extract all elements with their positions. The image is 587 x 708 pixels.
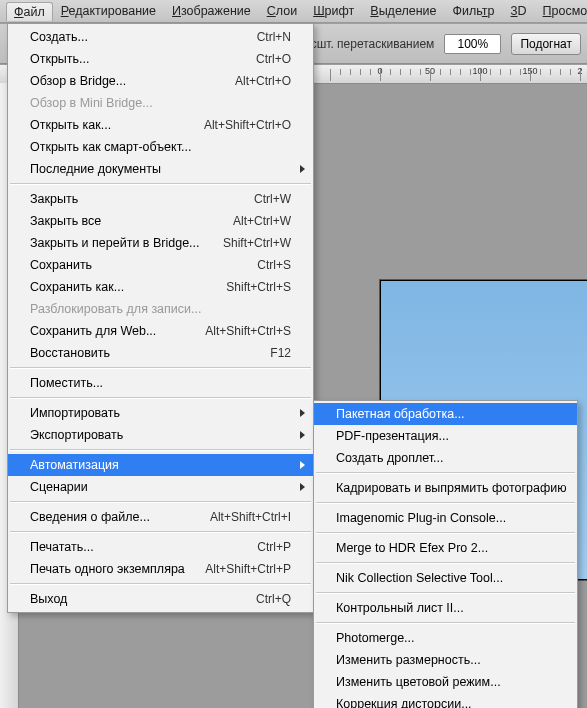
file-menu-item[interactable]: Импортировать (8, 402, 313, 424)
automation-item[interactable]: Коррекция дисторсии... (314, 693, 577, 708)
file-menu-item-label: Импортировать (30, 406, 291, 420)
file-menu-item[interactable]: Сведения о файле...Alt+Shift+Ctrl+I (8, 506, 313, 528)
file-menu-item[interactable]: Сценарии (8, 476, 313, 498)
automation-item-label: Контрольный лист II... (336, 601, 555, 615)
file-menu-item-label: Сохранить для Web... (30, 324, 205, 338)
file-menu-item-label: Открыть как... (30, 118, 204, 132)
menu-файл[interactable]: Файл (6, 2, 53, 21)
file-menu-item[interactable]: Автоматизация (8, 454, 313, 476)
automation-item[interactable]: Создать дроплет... (314, 447, 577, 469)
automation-item-label: Изменить размерность... (336, 653, 555, 667)
automation-item[interactable]: Imagenomic Plug-in Console... (314, 507, 577, 529)
menu-шрифт[interactable]: Шрифт (305, 1, 362, 21)
automation-item-label: Merge to HDR Efex Pro 2... (336, 541, 555, 555)
automation-item[interactable]: Пакетная обработка... (314, 403, 577, 425)
file-menu-item-label: Сценарии (30, 480, 291, 494)
automation-item-label: Photomerge... (336, 631, 555, 645)
file-menu-item[interactable]: Открыть как...Alt+Shift+Ctrl+O (8, 114, 313, 136)
automation-item[interactable]: Контрольный лист II... (314, 597, 577, 619)
file-menu-item-shortcut: Ctrl+P (257, 540, 291, 554)
automation-item[interactable]: Photomerge... (314, 627, 577, 649)
file-menu-item[interactable]: Поместить... (8, 372, 313, 394)
menu-изображение[interactable]: Изображение (164, 1, 259, 21)
menu-редактирование[interactable]: Редактирование (53, 1, 164, 21)
automation-separator (316, 622, 575, 624)
fit-button[interactable]: Подогнат (511, 33, 581, 55)
file-menu-item[interactable]: Экспортировать (8, 424, 313, 446)
file-menu-item-label: Последние документы (30, 162, 291, 176)
file-menu-item[interactable]: Сохранить как...Shift+Ctrl+S (8, 276, 313, 298)
drag-scale-label: Масшт. перетаскиванием (294, 37, 435, 51)
file-menu-item[interactable]: ВыходCtrl+Q (8, 588, 313, 610)
file-menu-item[interactable]: Сохранить для Web...Alt+Shift+Ctrl+S (8, 320, 313, 342)
file-menu-item-shortcut: Ctrl+W (254, 192, 291, 206)
file-menu-item[interactable]: Закрыть и перейти в Bridge...Shift+Ctrl+… (8, 232, 313, 254)
file-menu-item[interactable]: Создать...Ctrl+N (8, 26, 313, 48)
file-menu-item[interactable]: СохранитьCtrl+S (8, 254, 313, 276)
file-menu-item-shortcut: Ctrl+N (257, 30, 291, 44)
automation-item[interactable]: Nik Collection Selective Tool... (314, 567, 577, 589)
automation-item[interactable]: Изменить размерность... (314, 649, 577, 671)
file-menu-item[interactable]: Печать одного экземпляраAlt+Shift+Ctrl+P (8, 558, 313, 580)
app-window: ФайлРедактированиеИзображениеСлоиШрифтВы… (0, 0, 587, 708)
file-menu-item-label: Закрыть все (30, 214, 233, 228)
file-menu-item-label: Обзор в Mini Bridge... (30, 96, 291, 110)
file-menu-item[interactable]: Открыть...Ctrl+O (8, 48, 313, 70)
file-menu-item-shortcut: Alt+Shift+Ctrl+O (204, 118, 291, 132)
zoom-input[interactable]: 100% (444, 34, 501, 54)
file-menu-separator (10, 501, 311, 503)
file-menu-item-shortcut: Shift+Ctrl+S (226, 280, 291, 294)
file-menu-item[interactable]: ВосстановитьF12 (8, 342, 313, 364)
file-menu-item-label: Выход (30, 592, 256, 606)
file-menu-item[interactable]: Обзор в Bridge...Alt+Ctrl+O (8, 70, 313, 92)
menu-bar: ФайлРедактированиеИзображениеСлоиШрифтВы… (0, 0, 587, 23)
menu-просмотр[interactable]: Просмотр (535, 1, 587, 21)
file-menu-item-label: Сохранить как... (30, 280, 226, 294)
menu-слои[interactable]: Слои (259, 1, 305, 21)
file-menu-item-label: Печатать... (30, 540, 257, 554)
automation-item[interactable]: Merge to HDR Efex Pro 2... (314, 537, 577, 559)
fit-button-label: Подогнат (520, 37, 572, 51)
zoom-value: 100% (458, 37, 489, 51)
automation-item-label: PDF-презентация... (336, 429, 555, 443)
file-menu-item-shortcut: Ctrl+O (256, 52, 291, 66)
file-menu-item[interactable]: Открыть как смарт-объект... (8, 136, 313, 158)
file-menu-item[interactable]: Печатать...Ctrl+P (8, 536, 313, 558)
file-menu-item[interactable]: Закрыть всеAlt+Ctrl+W (8, 210, 313, 232)
automation-separator (316, 562, 575, 564)
file-menu-item-label: Закрыть и перейти в Bridge... (30, 236, 223, 250)
file-menu-item-label: Экспортировать (30, 428, 291, 442)
file-menu-item-label: Создать... (30, 30, 257, 44)
automation-separator (316, 592, 575, 594)
file-menu-item-shortcut: Alt+Shift+Ctrl+I (210, 510, 291, 524)
file-menu-item-shortcut: Alt+Shift+Ctrl+P (205, 562, 291, 576)
menu-фильтр[interactable]: Фильтр (445, 1, 503, 21)
automation-item-label: Nik Collection Selective Tool... (336, 571, 555, 585)
automation-separator (316, 472, 575, 474)
automation-item-label: Пакетная обработка... (336, 407, 555, 421)
automation-item[interactable]: Кадрировать и выпрямить фотографию (314, 477, 577, 499)
automation-submenu: Пакетная обработка...PDF-презентация...С… (313, 400, 578, 708)
file-menu-item-label: Закрыть (30, 192, 254, 206)
file-menu-item: Обзор в Mini Bridge... (8, 92, 313, 114)
file-menu-item[interactable]: ЗакрытьCtrl+W (8, 188, 313, 210)
file-menu-item[interactable]: Последние документы (8, 158, 313, 180)
file-menu-item-label: Открыть как смарт-объект... (30, 140, 291, 154)
menu-3d[interactable]: 3D (503, 1, 535, 21)
file-menu-item-shortcut: Ctrl+S (257, 258, 291, 272)
file-menu-item-label: Поместить... (30, 376, 291, 390)
file-menu-separator (10, 367, 311, 369)
file-menu-item-label: Разблокировать для записи... (30, 302, 291, 316)
file-menu-separator (10, 183, 311, 185)
automation-item-label: Кадрировать и выпрямить фотографию (336, 481, 585, 495)
automation-item[interactable]: Изменить цветовой режим... (314, 671, 577, 693)
menu-выделение[interactable]: Выделение (362, 1, 444, 21)
file-menu-item-label: Печать одного экземпляра (30, 562, 205, 576)
automation-item[interactable]: PDF-презентация... (314, 425, 577, 447)
file-menu-item-label: Автоматизация (30, 458, 291, 472)
file-menu-item-shortcut: Ctrl+Q (256, 592, 291, 606)
file-menu-item-shortcut: Alt+Ctrl+W (233, 214, 291, 228)
file-menu-item-shortcut: F12 (270, 346, 291, 360)
file-menu-item-label: Восстановить (30, 346, 270, 360)
file-menu-item-label: Сведения о файле... (30, 510, 210, 524)
